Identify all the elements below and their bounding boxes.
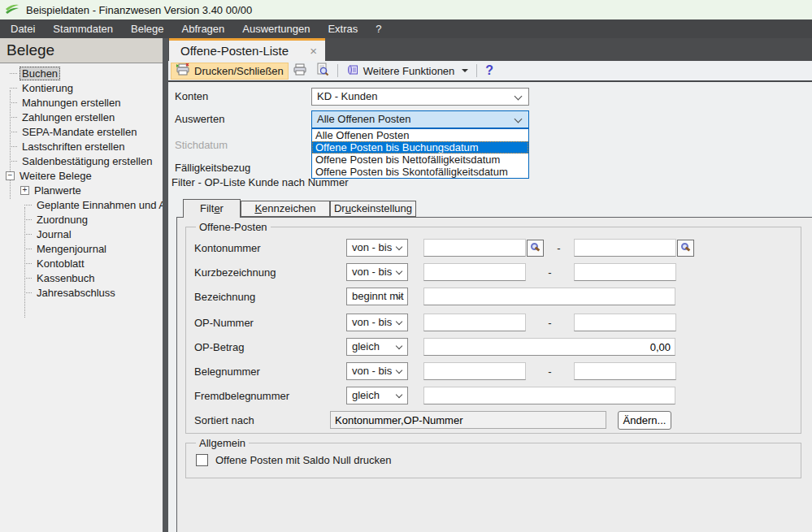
kontonummer-von-input[interactable]	[423, 239, 526, 257]
menu-belege[interactable]: Belege	[122, 19, 172, 38]
chevron-down-icon	[396, 391, 402, 398]
sidebar-item-zahlungen-erstellen[interactable]: Zahlungen erstellen	[0, 110, 163, 124]
print-preview-button[interactable]	[311, 63, 333, 80]
option-op-bis-nettofaelligkeitsdatum[interactable]: Offene Posten bis Nettofälligkeitsdatum	[312, 154, 528, 166]
tree-connector	[10, 132, 17, 132]
kontonummer-op-select[interactable]: von - bis	[346, 239, 408, 257]
tree-connector	[10, 117, 17, 118]
op-betrag-op-select[interactable]: gleich	[346, 338, 408, 356]
kurzbezeichnung-von-input[interactable]	[423, 263, 526, 281]
tree-connector	[24, 278, 32, 279]
tree-guide-line	[10, 90, 11, 199]
range-dash	[526, 266, 574, 279]
option-alle-offenen-posten[interactable]: Alle Offenen Posten	[312, 129, 528, 141]
chevron-down-icon	[396, 343, 402, 349]
tree-connector	[10, 146, 17, 147]
filter-row-kurzbezeichnung: Kurzbezeichnung von - bis	[186, 263, 801, 281]
sidebar-item-mahnungen-erstellen[interactable]: Mahnungen erstellen	[0, 95, 163, 110]
tab-filter[interactable]: Filter	[183, 199, 241, 218]
tree-connector	[10, 161, 17, 162]
tree-guide-line	[24, 207, 25, 318]
menu-bar: Datei Stammdaten Belege Abfragen Auswert…	[0, 19, 812, 38]
kontonummer-von-lookup-button[interactable]	[527, 240, 544, 257]
collapse-icon[interactable]	[6, 171, 15, 180]
kurzbezeichnung-bis-input[interactable]	[574, 263, 676, 281]
title-bar: Beispieldaten - Finanzwesen Version 3.40…	[0, 0, 812, 19]
tree-connector	[24, 249, 32, 249]
bezeichnung-input[interactable]	[423, 288, 675, 305]
menu-stammdaten[interactable]: Stammdaten	[44, 19, 122, 38]
toolbar-separator	[337, 64, 338, 77]
print-button[interactable]	[289, 63, 311, 80]
chevron-down-icon	[396, 367, 402, 374]
range-dash	[526, 317, 574, 329]
option-op-bis-skontofaelligkeitsdatum[interactable]: Offene Posten bis Skontofälligkeitsdatum	[312, 166, 528, 178]
document-tab-title: Offene-Posten-Liste	[169, 44, 302, 58]
op-nummer-op-select[interactable]: von - bis	[346, 314, 408, 331]
tree-connector	[24, 292, 32, 293]
window-title: Beispieldaten - Finanzwesen Version 3.40…	[26, 4, 252, 16]
magnifier-icon	[531, 243, 538, 250]
menu-abfragen[interactable]: Abfragen	[173, 19, 234, 38]
bezeichnung-op-select[interactable]: beginnt mit	[346, 288, 408, 305]
sidebar-item-saldenbestaetigung-erstellen[interactable]: Saldenbestätigung erstellen	[0, 154, 163, 168]
print-preview-icon	[315, 63, 329, 79]
magnifier-icon	[681, 243, 688, 250]
offene-posten-legend: Offene-Posten	[196, 221, 271, 233]
filter-row-kontonummer: Kontonummer von - bis	[186, 239, 801, 257]
tab-offene-posten-liste[interactable]: Offene-Posten-Liste	[169, 38, 325, 61]
sidebar-splitter[interactable]	[163, 38, 168, 532]
application-window: Beispieldaten - Finanzwesen Version 3.40…	[0, 0, 812, 532]
chevron-down-icon	[396, 268, 402, 275]
filter-row-op-betrag: OP-Betrag gleich	[186, 338, 801, 356]
sidebar-item-planwerte[interactable]: Planwerte	[0, 183, 163, 197]
fremdbelegnummer-input[interactable]	[423, 387, 675, 404]
sidebar-item-sepa-mandate-erstellen[interactable]: SEPA-Mandate erstellen	[0, 124, 163, 139]
konten-select[interactable]: KD - Kunden	[311, 88, 529, 106]
close-icon[interactable]	[302, 44, 325, 58]
tree-connector	[10, 73, 17, 74]
printer-icon	[293, 63, 307, 79]
belegnummer-op-select[interactable]: von - bis	[346, 362, 408, 380]
sidebar-item-kontierung[interactable]: Kontierung	[0, 80, 163, 95]
option-op-bis-buchungsdatum[interactable]: Offene Posten bis Buchungsdatum	[312, 141, 528, 154]
op-betrag-input[interactable]	[423, 338, 675, 356]
op-nummer-von-input[interactable]	[423, 314, 526, 331]
auswerten-select[interactable]: Alle Offenen Posten	[311, 110, 529, 128]
sidebar-item-weitere-belege[interactable]: Weitere Belege	[0, 168, 163, 183]
menu-help[interactable]: ?	[367, 19, 390, 38]
more-functions-button[interactable]: Weitere Funktionen	[342, 63, 473, 80]
belegnummer-von-input[interactable]	[423, 362, 526, 380]
print-close-button[interactable]: Drucken/Schließen	[171, 63, 289, 80]
kurzbezeichnung-op-select[interactable]: von - bis	[346, 263, 408, 281]
expand-icon[interactable]	[20, 186, 29, 195]
print-close-label: Drucken/Schließen	[194, 65, 284, 77]
tab-kennzeichen[interactable]: Kennzeichen	[241, 201, 330, 217]
kontonummer-bis-input[interactable]	[574, 239, 676, 257]
tab-druckeinstellung[interactable]: Druckeinstellung	[330, 201, 416, 217]
tree-connector	[24, 234, 32, 235]
tree-connector	[24, 205, 32, 205]
help-icon	[485, 63, 493, 78]
chevron-down-icon	[515, 93, 523, 101]
kontonummer-bis-lookup-button[interactable]	[677, 240, 694, 257]
menu-datei[interactable]: Datei	[2, 19, 44, 38]
filter-row-belegnummer: Belegnummer von - bis	[186, 362, 801, 380]
sidebar-item-lastschriften-erstellen[interactable]: Lastschriften erstellen	[0, 139, 163, 154]
konten-label: Konten	[175, 88, 208, 106]
belegnummer-bis-input[interactable]	[574, 362, 676, 380]
menu-auswertungen[interactable]: Auswertungen	[233, 19, 319, 38]
konten-value: KD - Kunden	[317, 90, 377, 102]
toolbar-separator	[476, 64, 477, 77]
app-logo-icon	[5, 4, 20, 16]
saldo-null-label: Offene Posten mit Saldo Null drucken	[215, 454, 392, 466]
menu-extras[interactable]: Extras	[319, 19, 367, 38]
filter-row-bezeichnung: Bezeichnung beginnt mit	[186, 288, 801, 305]
fremdbelegnummer-op-select[interactable]: gleich	[346, 387, 408, 404]
sidebar-item-buchen[interactable]: Buchen	[0, 66, 163, 80]
aendern-button[interactable]: Ändern...	[618, 411, 671, 430]
chevron-down-icon	[396, 318, 402, 325]
help-button[interactable]	[481, 63, 497, 80]
saldo-null-checkbox[interactable]	[196, 454, 208, 466]
op-nummer-bis-input[interactable]	[574, 314, 676, 331]
